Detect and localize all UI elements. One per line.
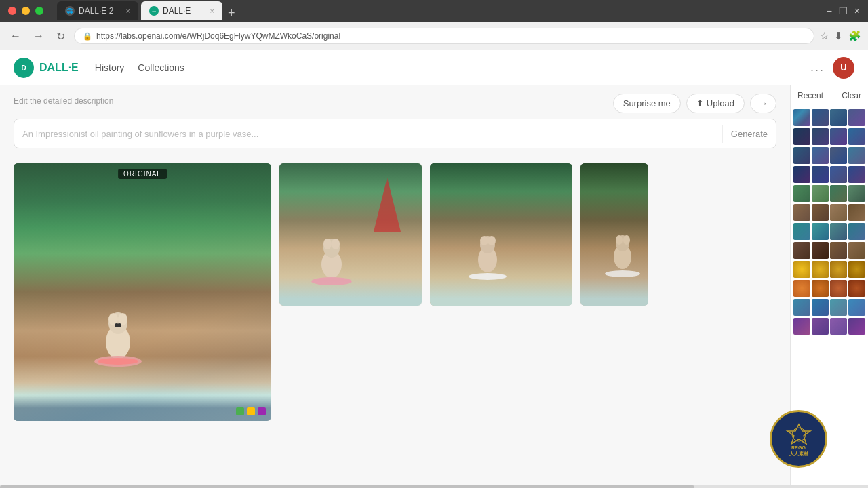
clear-button[interactable]: Clear (842, 91, 861, 100)
recent-thumb-3[interactable] (830, 109, 847, 126)
recent-thumb-29[interactable] (793, 242, 810, 259)
recent-thumb-41[interactable] (793, 299, 810, 316)
svg-point-14 (311, 277, 352, 285)
recent-thumb-22[interactable] (812, 204, 829, 221)
recent-thumb-15[interactable] (830, 166, 847, 183)
app-container: D DALL·E History Collections ... U Edit … (0, 50, 868, 485)
surprise-me-button[interactable]: Surprise me (613, 94, 681, 113)
recent-thumb-38[interactable] (812, 280, 829, 297)
svg-text:D: D (21, 64, 26, 72)
recent-thumb-43[interactable] (830, 299, 847, 316)
prompt-input-area: An Impressionist oil painting of sunflow… (14, 119, 776, 148)
strip-row-1 (793, 109, 865, 126)
recent-thumb-18[interactable] (812, 185, 829, 202)
close-window-button[interactable] (8, 7, 16, 15)
variant-image-1[interactable] (279, 163, 422, 306)
strip-row-3 (793, 147, 865, 164)
recent-thumb-30[interactable] (812, 242, 829, 259)
url-text: https://labs.openai.com/e/WRjDoq6EgFlywY… (96, 31, 340, 41)
recent-thumb-12[interactable] (848, 147, 865, 164)
recent-thumb-26[interactable] (812, 223, 829, 240)
mouse-scene-main (14, 163, 271, 421)
nav-history[interactable]: History (95, 62, 125, 73)
recent-thumb-5[interactable] (793, 128, 810, 145)
nav-collections[interactable]: Collections (138, 62, 184, 73)
main-original-image[interactable]: ORIGINAL (14, 163, 271, 421)
recent-thumb-32[interactable] (848, 242, 865, 259)
arrow-button[interactable]: → (750, 94, 776, 113)
recent-thumb-48[interactable] (848, 318, 865, 335)
more-options-button[interactable]: ... (810, 60, 825, 75)
recent-thumb-7[interactable] (830, 128, 847, 145)
recent-thumb-36[interactable] (848, 261, 865, 278)
recent-thumb-42[interactable] (812, 299, 829, 316)
recent-thumb-9[interactable] (793, 147, 810, 164)
user-avatar[interactable]: U (833, 57, 854, 79)
recent-thumb-28[interactable] (848, 223, 865, 240)
recent-thumb-2[interactable] (812, 109, 829, 126)
recent-thumb-45[interactable] (793, 318, 810, 335)
window-restore-icon[interactable]: ❐ (839, 5, 848, 16)
recent-thumb-24[interactable] (848, 204, 865, 221)
recent-thumb-13[interactable] (793, 166, 810, 183)
upload-icon: ⬆ (696, 98, 704, 108)
maximize-window-button[interactable] (35, 7, 43, 15)
lock-icon: 🔒 (83, 32, 92, 41)
recent-thumb-14[interactable] (812, 166, 829, 183)
recent-thumb-19[interactable] (830, 185, 847, 202)
back-button[interactable]: ← (7, 28, 24, 43)
reload-button[interactable]: ↻ (53, 28, 68, 44)
recent-thumb-27[interactable] (830, 223, 847, 240)
svg-point-18 (488, 236, 496, 245)
window-minimize-icon[interactable]: − (827, 5, 832, 16)
recent-thumb-44[interactable] (848, 299, 865, 316)
recent-thumb-23[interactable] (830, 204, 847, 221)
recent-thumb-17[interactable] (793, 185, 810, 202)
bottom-scrollbar[interactable] (0, 485, 868, 488)
minimize-window-button[interactable] (22, 7, 30, 15)
tab-dalle[interactable]: → DALL·E × (141, 1, 222, 20)
tab-dalle2[interactable]: 🌐 DALL·E 2 × (57, 1, 138, 20)
download-icon[interactable]: ⬇ (834, 30, 843, 42)
tab-close-dalle2[interactable]: × (126, 7, 130, 15)
recent-thumb-46[interactable] (812, 318, 829, 335)
forward-button[interactable]: → (30, 28, 47, 43)
recent-thumb-34[interactable] (812, 261, 829, 278)
recent-thumb-37[interactable] (793, 280, 810, 297)
recent-thumb-20[interactable] (848, 185, 865, 202)
recent-thumb-1[interactable] (793, 109, 810, 126)
recent-thumb-33[interactable] (793, 261, 810, 278)
right-panel-header: Recent Clear (791, 85, 868, 106)
recent-thumb-35[interactable] (830, 261, 847, 278)
logo-text: DALL·E (39, 62, 79, 74)
variant-image-3[interactable] (580, 163, 648, 306)
new-tab-button[interactable]: + (222, 6, 241, 20)
recent-thumb-25[interactable] (793, 223, 810, 240)
upload-button[interactable]: ⬆ Upload (686, 94, 745, 113)
scrollbar-thumb[interactable] (0, 485, 694, 488)
address-bar[interactable]: 🔒 https://labs.openai.com/e/WRjDoq6EgFly… (74, 28, 814, 44)
recent-thumb-6[interactable] (812, 128, 829, 145)
svg-point-19 (469, 273, 507, 280)
bookmark-icon[interactable]: ☆ (820, 30, 829, 42)
tab-close-dalle[interactable]: × (210, 7, 214, 15)
extensions-icon[interactable]: 🧩 (848, 30, 861, 42)
recent-thumb-40[interactable] (848, 280, 865, 297)
window-close-icon[interactable]: × (854, 5, 860, 16)
recent-thumb-31[interactable] (830, 242, 847, 259)
generate-button[interactable]: Generate (722, 125, 776, 143)
logo-icon: D (14, 58, 34, 78)
variant-image-2[interactable] (430, 163, 572, 306)
svg-point-24 (605, 270, 640, 277)
recent-thumb-10[interactable] (812, 147, 829, 164)
recent-thumb-11[interactable] (830, 147, 847, 164)
recent-thumb-16[interactable] (848, 166, 865, 183)
recent-thumb-47[interactable] (830, 318, 847, 335)
recent-thumb-4[interactable] (848, 109, 865, 126)
recent-thumb-8[interactable] (848, 128, 865, 145)
recent-thumb-39[interactable] (830, 280, 847, 297)
mouse-svg-var2 (466, 216, 510, 280)
app-header: D DALL·E History Collections ... U (0, 50, 868, 85)
recent-thumb-21[interactable] (793, 204, 810, 221)
title-bar: 🌐 DALL·E 2 × → DALL·E × + − ❐ × (0, 0, 868, 22)
